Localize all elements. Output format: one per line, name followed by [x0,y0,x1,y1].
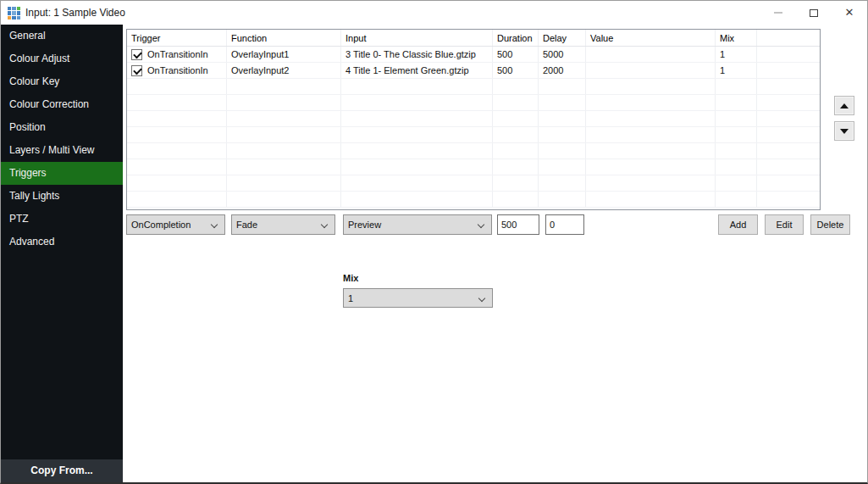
trigger-cell: OnTransitionIn [147,47,208,62]
function-cell: OverlayInput2 [227,63,341,78]
move-row-down-button[interactable] [834,121,854,141]
trigger-type-select[interactable]: OnCompletion [126,214,225,235]
triggers-table: Trigger Function Input Duration Delay Va… [126,29,821,210]
sidebar-item-colour-correction[interactable]: Colour Correction [1,93,123,116]
empty-table-row [127,175,820,192]
sidebar-item-advanced[interactable]: Advanced [1,231,123,253]
trigger-cell: OnTransitionIn [147,63,208,78]
delay-cell: 2000 [539,63,586,78]
window-title: Input: 1 Sample Video [25,1,125,25]
close-button[interactable]: ✕ [832,1,867,25]
mix-label: Mix [343,273,358,283]
app-logo-icon [8,7,20,19]
input-value: Preview [348,220,381,230]
function-value: Fade [236,220,257,230]
function-select[interactable]: Fade [231,214,335,235]
chevron-down-icon [211,221,218,228]
edit-button[interactable]: Edit [765,214,804,235]
empty-table-row [127,192,820,208]
table-row[interactable]: OnTransitionIn OverlayInput1 3 Title 0- … [127,47,820,63]
column-header-value[interactable]: Value [586,30,716,46]
mix-cell: 1 [716,63,757,78]
move-row-up-button[interactable] [834,96,854,115]
add-button[interactable]: Add [718,214,758,235]
delete-button[interactable]: Delete [810,214,850,235]
sidebar-item-tally-lights[interactable]: Tally Lights [1,185,123,208]
arrow-down-icon [840,129,849,134]
empty-table-row [127,79,820,95]
sidebar-item-colour-adjust[interactable]: Colour Adjust [1,47,123,70]
close-icon: ✕ [845,1,854,25]
empty-table-row [127,111,820,127]
maximize-icon [810,9,818,17]
duration-cell: 500 [493,63,539,78]
minimize-button[interactable] [760,1,796,25]
maximize-button[interactable] [796,1,832,25]
sidebar-item-position[interactable]: Position [1,116,123,139]
input-select[interactable]: Preview [343,214,492,235]
sidebar-item-general[interactable]: General [1,25,123,47]
function-cell: OverlayInput1 [227,47,341,62]
input-cell: 3 Title 0- The Classic Blue.gtzip [341,47,493,62]
input-settings-window: Input: 1 Sample Video ✕ General Colour A… [0,0,868,484]
window-controls: ✕ [760,1,867,25]
chevron-down-icon [478,221,484,228]
table-header-row: Trigger Function Input Duration Delay Va… [127,30,820,47]
delay-input[interactable] [545,214,584,235]
trigger-type-value: OnCompletion [131,220,191,230]
value-cell [586,63,716,78]
mix-cell: 1 [716,47,757,62]
empty-table-row [127,159,820,175]
duration-input[interactable] [497,214,539,235]
input-cell: 4 Title 1- Element Green.gtzip [341,63,493,78]
duration-cell: 500 [493,47,539,62]
sidebar-item-triggers[interactable]: Triggers [1,162,123,185]
settings-sidebar: General Colour Adjust Colour Key Colour … [1,25,123,459]
column-header-input[interactable]: Input [341,30,493,46]
sidebar-item-ptz[interactable]: PTZ [1,208,123,231]
column-header-mix[interactable]: Mix [716,30,757,46]
empty-table-row [127,127,820,143]
mix-select[interactable]: 1 [343,288,493,308]
column-header-trigger[interactable]: Trigger [127,30,227,46]
table-row[interactable]: OnTransitionIn OverlayInput2 4 Title 1- … [127,63,820,79]
row-enabled-checkbox[interactable] [131,65,142,76]
title-bar: Input: 1 Sample Video ✕ [1,1,867,25]
column-header-duration[interactable]: Duration [493,30,539,46]
chevron-down-icon [478,295,485,302]
empty-table-row [127,143,820,159]
sidebar-item-layers-multi-view[interactable]: Layers / Multi View [1,139,123,162]
copy-from-button[interactable]: Copy From... [1,459,123,483]
arrow-up-icon [840,103,849,108]
delay-cell: 5000 [539,47,586,62]
row-enabled-checkbox[interactable] [131,49,142,60]
value-cell [586,47,716,62]
column-header-function[interactable]: Function [227,30,341,46]
empty-table-row [127,95,820,111]
chevron-down-icon [321,221,328,228]
column-header-delay[interactable]: Delay [539,30,586,46]
minimize-icon [774,12,782,14]
column-header-blank [757,30,820,46]
sidebar-item-colour-key[interactable]: Colour Key [1,70,123,93]
mix-value: 1 [348,293,353,303]
